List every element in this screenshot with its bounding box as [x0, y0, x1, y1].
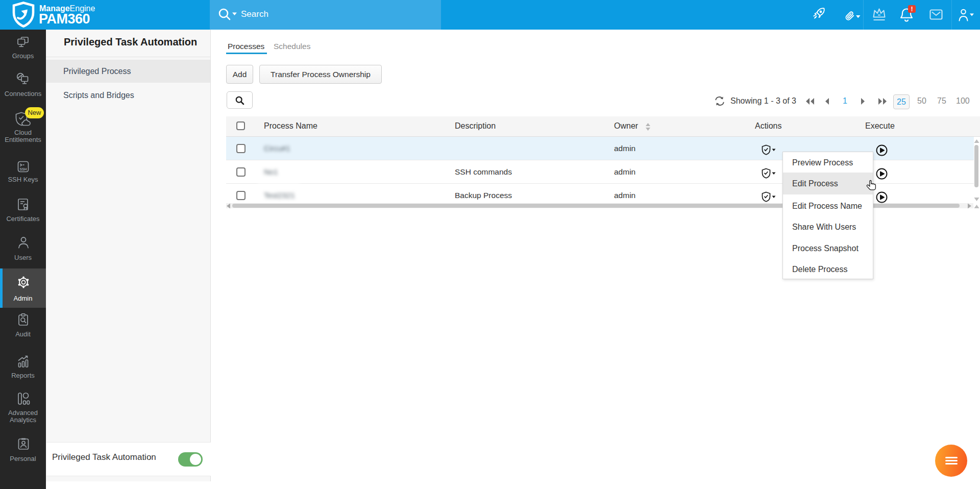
svg-text:SSH: SSH [20, 167, 27, 171]
svg-text:!: ! [911, 6, 913, 13]
